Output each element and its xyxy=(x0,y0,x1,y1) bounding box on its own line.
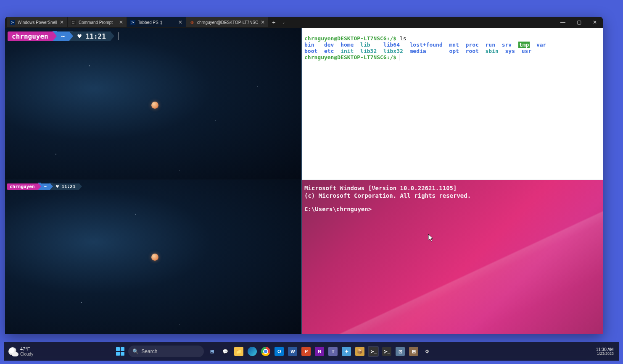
prompt-time: ♥ 11:21 xyxy=(53,183,78,190)
close-icon[interactable]: ✕ xyxy=(60,19,64,25)
clock-time: 11:30 AM xyxy=(596,347,614,352)
outlook-button[interactable]: O xyxy=(274,346,285,357)
mouse-cursor-icon xyxy=(428,234,435,242)
onenote-button[interactable]: N xyxy=(314,346,325,357)
tab-label: Tabbed PS :) xyxy=(138,20,162,25)
close-icon[interactable]: ✕ xyxy=(261,19,265,25)
cmd-icon: C: xyxy=(71,20,76,25)
tab-label: Command Prompt xyxy=(79,20,113,25)
tab-tabbed-ps[interactable]: ≻ Tabbed PS :) ✕ xyxy=(127,17,186,27)
ubuntu-command: ls xyxy=(400,35,407,42)
prompt-time: ♥ 11:21 xyxy=(73,31,110,41)
prompt-separator xyxy=(53,31,57,41)
moon-decoration xyxy=(151,254,158,261)
pane-powershell-2[interactable]: chrnguyen ~ ♥ 11:21 xyxy=(5,180,302,334)
chrome-button[interactable] xyxy=(260,346,271,357)
pane-cmd[interactable]: Microsoft Windows [Version 10.0.22621.11… xyxy=(302,180,603,334)
taskbar-app-button[interactable]: ⊞ xyxy=(408,346,419,357)
tab-ubuntu[interactable]: ◍ chrnguyen@DESKTOP-LT7NSC ✕ xyxy=(186,17,268,27)
taskbar-app-button[interactable]: 📦 xyxy=(354,346,365,357)
start-button[interactable] xyxy=(115,346,126,357)
moon-decoration xyxy=(151,102,158,109)
ps-icon: ≻ xyxy=(10,20,15,25)
tab-powershell[interactable]: ≻ Windows PowerShell ✕ xyxy=(7,17,67,27)
close-icon[interactable]: ✕ xyxy=(178,19,182,25)
text-cursor xyxy=(119,32,119,40)
pane-powershell-1[interactable]: chrnguyen ~ ♥ 11:21 xyxy=(5,28,302,180)
desktop: ≻ Windows PowerShell ✕ C: Command Prompt… xyxy=(0,0,623,364)
powershell-prompt: chrnguyen ~ ♥ 11:21 xyxy=(7,183,82,190)
prompt-separator xyxy=(110,31,114,41)
minimize-button[interactable]: — xyxy=(555,17,571,28)
teams-button[interactable]: T xyxy=(327,346,338,357)
prompt-separator xyxy=(38,183,41,190)
tab-label: Windows PowerShell xyxy=(18,20,57,25)
taskbar-app-button[interactable]: ✦ xyxy=(341,346,352,357)
text-cursor: ▏ xyxy=(400,54,403,60)
prompt-separator xyxy=(69,31,73,41)
search-box[interactable]: 🔍 Search xyxy=(128,346,204,357)
close-icon[interactable]: ✕ xyxy=(119,19,123,25)
windows-terminal-window: ≻ Windows PowerShell ✕ C: Command Prompt… xyxy=(5,17,603,334)
system-tray[interactable]: 11:30 AM 1/23/2023 xyxy=(596,347,619,356)
close-button[interactable]: ✕ xyxy=(587,17,603,28)
windows-icon xyxy=(115,346,126,357)
powerpoint-button[interactable]: P xyxy=(301,346,312,357)
weather-widget[interactable]: 47°F Cloudy xyxy=(4,346,33,356)
taskbar-center: 🔍 Search ⊞ 💬 📁 O W P N T ✦ 📦 ≻_ ≻_ ⊡ ⊞ ⚙ xyxy=(115,346,433,357)
clock-date: 1/23/2023 xyxy=(597,352,614,356)
prompt-user: chrnguyen xyxy=(8,31,53,41)
tab-bar: ≻ Windows PowerShell ✕ C: Command Prompt… xyxy=(5,17,603,28)
tab-dropdown-button[interactable]: ⌄ xyxy=(279,17,288,27)
taskbar: 47°F Cloudy 🔍 Search ⊞ 💬 📁 O W P N T ✦ 📦 xyxy=(4,342,619,361)
powershell-prompt: chrnguyen ~ ♥ 11:21 xyxy=(8,31,119,41)
prompt-separator xyxy=(79,183,82,190)
prompt-cwd: ~ xyxy=(57,31,69,41)
cmd-prompt: C:\Users\chrnguyen> xyxy=(304,205,600,213)
terminal-panes: chrnguyen ~ ♥ 11:21 chrnguyen@DESKTOP-LT… xyxy=(5,28,603,334)
ps-icon: ≻ xyxy=(130,20,135,25)
tab-label: chrnguyen@DESKTOP-LT7NSC xyxy=(197,20,258,25)
cmd-banner-line: Microsoft Windows [Version 10.0.22621.11… xyxy=(304,184,600,192)
prompt-cwd: ~ xyxy=(41,183,50,190)
terminal-button[interactable]: ≻_ xyxy=(368,346,379,357)
prompt-separator xyxy=(50,183,53,190)
prompt-user: chrnguyen xyxy=(7,183,38,190)
new-tab-button[interactable]: + xyxy=(269,17,279,27)
ls-entry: boot etc init lib32 libx32 media opt roo… xyxy=(304,48,531,54)
ls-entry: bin dev home lib lib64 lost+found mnt pr… xyxy=(304,42,546,48)
terminal-preview-button[interactable]: ≻_ xyxy=(381,346,392,357)
taskbar-app-button[interactable]: ⊡ xyxy=(395,346,406,357)
search-placeholder: Search xyxy=(141,348,157,354)
pane-ubuntu[interactable]: chrnguyen@DESKTOP-LT7NSCG:/$ ls bin dev … xyxy=(302,28,603,180)
weather-icon xyxy=(8,347,17,356)
ubuntu-icon: ◍ xyxy=(190,20,195,25)
window-controls: — ▢ ✕ xyxy=(555,17,603,28)
chat-button[interactable]: 💬 xyxy=(220,346,231,357)
word-button[interactable]: W xyxy=(287,346,298,357)
weather-label: Cloudy xyxy=(20,352,33,356)
maximize-button[interactable]: ▢ xyxy=(571,17,587,28)
task-view-button[interactable]: ⊞ xyxy=(206,346,217,357)
settings-button[interactable]: ⚙ xyxy=(422,346,433,357)
tab-cmd[interactable]: C: Command Prompt ✕ xyxy=(68,17,127,27)
weather-temp: 47°F xyxy=(20,346,33,351)
ubuntu-prompt: chrnguyen@DESKTOP-LT7NSCG:/$ xyxy=(304,35,396,42)
search-icon: 🔍 xyxy=(132,348,139,354)
cmd-banner-line: (c) Microsoft Corporation. All rights re… xyxy=(304,192,600,199)
ubuntu-prompt: chrnguyen@DESKTOP-LT7NSCG:/$ xyxy=(304,54,396,60)
explorer-button[interactable]: 📁 xyxy=(233,346,244,357)
edge-button[interactable] xyxy=(247,346,258,357)
